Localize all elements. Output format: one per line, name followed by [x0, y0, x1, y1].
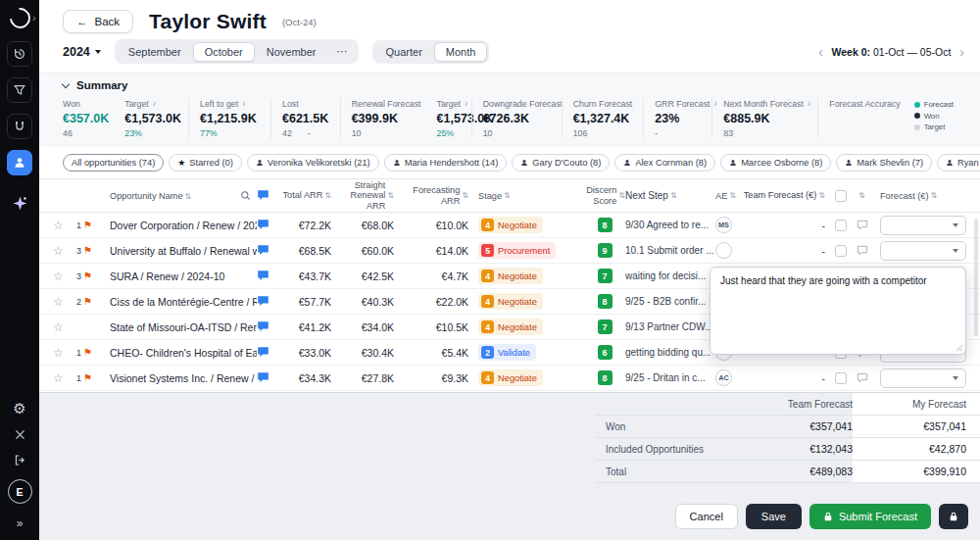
comment-button[interactable]: [257, 346, 280, 359]
next-step: 10.1 Submit order ...: [625, 245, 715, 256]
forecast-input[interactable]: [880, 216, 966, 235]
opportunity-name[interactable]: CHEO- Children's Hospital of Easter...: [110, 347, 257, 359]
star-toggle[interactable]: ☆: [53, 270, 76, 282]
sort-icon[interactable]: ⇅: [185, 192, 192, 201]
flag-icon: ⚑: [83, 221, 92, 230]
star-toggle[interactable]: ☆: [53, 372, 76, 384]
row-checkbox[interactable]: [835, 220, 847, 231]
opportunity-name[interactable]: State of Missouri-OA-ITSD / Renew / 202.…: [110, 321, 257, 333]
discern-score-badge: 9: [598, 243, 612, 258]
tab-quarter[interactable]: Quarter: [374, 42, 434, 62]
cancel-button[interactable]: Cancel: [675, 504, 738, 529]
comment-button[interactable]: [257, 371, 280, 384]
comment-textarea[interactable]: Just heard that they are going with a co…: [720, 274, 956, 288]
col-opportunity-name[interactable]: Opportunity Name⇅: [110, 190, 257, 201]
chip-owner-gary[interactable]: Gary D'Couto (8): [512, 154, 610, 172]
magnet-icon: [13, 120, 26, 133]
star-toggle[interactable]: ☆: [53, 245, 76, 257]
opportunity-name[interactable]: Visionet Systems Inc. / Renew / 20...: [110, 372, 257, 384]
tools-button[interactable]: [14, 428, 26, 441]
comment-button[interactable]: [257, 270, 280, 282]
star-toggle[interactable]: ☆: [53, 296, 76, 308]
col-discern-score[interactable]: Discern Score⇅: [584, 185, 625, 206]
sidebar-item-ai-assistant[interactable]: [12, 195, 28, 212]
card-left-to-get: Left to get› €1,215.9K 77%: [188, 98, 270, 138]
col-team-forecast[interactable]: Team Forecast (€)⇅: [743, 190, 835, 201]
chip-all-opportunities[interactable]: All opportunities (74): [63, 154, 164, 172]
star-toggle[interactable]: ☆: [53, 347, 76, 359]
star-toggle[interactable]: ☆: [53, 321, 76, 333]
col-comments[interactable]: [257, 189, 280, 202]
chip-owner-mark[interactable]: Mark Shevlin (7): [836, 154, 932, 172]
save-button[interactable]: Save: [746, 504, 802, 529]
tab-september[interactable]: September: [117, 42, 193, 62]
summary-collapse-chevron-icon[interactable]: [62, 79, 70, 87]
collapse-chevrons-icon[interactable]: »: [17, 516, 24, 530]
won-detail-chevron[interactable]: ›: [153, 99, 156, 109]
forecast-input[interactable]: [880, 241, 966, 261]
user-avatar[interactable]: E: [8, 479, 32, 504]
settings-button[interactable]: ⚙: [13, 401, 25, 416]
sidebar-item-pipeline[interactable]: [7, 114, 32, 139]
accuracy-legend: Forecast Won Target: [914, 100, 954, 131]
col-forecasting-arr[interactable]: Forecasting ARR⇅: [400, 185, 478, 206]
row-checkbox[interactable]: [835, 372, 847, 384]
col-next-step[interactable]: Next Step⇅: [625, 190, 715, 201]
sidebar-item-history[interactable]: [7, 41, 32, 67]
chip-owner-veronika[interactable]: Veronika Velikoretski (21): [247, 154, 379, 172]
col-straight-renewal-arr[interactable]: Straight Renewal ARR⇅: [337, 180, 400, 212]
col-total-arr[interactable]: Total ARR⇅: [280, 190, 337, 201]
comment-button[interactable]: [257, 295, 280, 308]
lock-icon: [823, 512, 833, 521]
tab-november[interactable]: November: [255, 42, 328, 62]
col-ae[interactable]: AE⇅: [715, 191, 743, 201]
chip-starred[interactable]: ★Starred (0): [169, 154, 242, 172]
comment-button[interactable]: [257, 320, 280, 333]
card-won: Won €357.0K 46 Target› €1,573.0K 23%: [63, 98, 188, 138]
sort-icon[interactable]: ⇅: [858, 191, 865, 200]
chip-owner-alex[interactable]: Alex Cornman (8): [614, 154, 715, 172]
chevron-down-icon: [953, 249, 958, 253]
sidebar-item-filters[interactable]: [7, 77, 32, 103]
comment-button[interactable]: [257, 219, 280, 231]
app-logo-icon: [5, 4, 34, 33]
col-forecast[interactable]: Forecast (€)⇅: [880, 191, 978, 201]
more-months-button[interactable]: ⋯: [328, 41, 357, 62]
year-dropdown[interactable]: 2024: [63, 45, 101, 59]
row-checkbox[interactable]: [835, 245, 847, 257]
submit-forecast-button[interactable]: Submit Forecast: [809, 504, 931, 529]
star-toggle[interactable]: ☆: [53, 220, 76, 231]
logout-button[interactable]: [14, 454, 26, 466]
left-detail-chevron[interactable]: ›: [242, 99, 245, 109]
resize-handle[interactable]: [954, 342, 963, 352]
note-button[interactable]: [857, 245, 880, 257]
chip-owner-ryan[interactable]: Ryan Gross (4): [937, 154, 980, 172]
week-next-button[interactable]: ›: [959, 45, 964, 59]
opportunity-name[interactable]: SURA / Renew / 2024-10: [110, 270, 257, 282]
opportunity-name[interactable]: Dover Corporation / Renew / 2024-1...: [110, 220, 257, 231]
week-prev-button[interactable]: ‹: [818, 45, 823, 59]
back-button[interactable]: ← Back: [63, 10, 133, 33]
comment-button[interactable]: [257, 244, 280, 257]
sparkle-icon: [12, 195, 28, 212]
note-button[interactable]: [857, 220, 880, 231]
renewal-detail-chevron[interactable]: ›: [465, 99, 467, 109]
scrollbar[interactable]: [974, 219, 978, 336]
note-button[interactable]: [857, 372, 880, 384]
sidebar-expand-chevron-icon[interactable]: ›: [32, 12, 36, 24]
opportunity-name[interactable]: Ciss de la Montérégie-Centre / Re...: [110, 296, 257, 308]
next-month-detail-chevron[interactable]: ›: [808, 99, 810, 109]
select-all-checkbox[interactable]: [835, 190, 847, 202]
tab-october[interactable]: October: [193, 42, 255, 62]
col-stage[interactable]: Stage⇅: [478, 191, 584, 201]
opportunity-name[interactable]: University at Buffalo / Renewal wit...: [110, 245, 257, 257]
search-icon[interactable]: [240, 190, 251, 201]
chip-owner-maria[interactable]: Maria Hendershott (14): [384, 154, 508, 172]
lock-button[interactable]: [939, 504, 968, 529]
forecast-input[interactable]: [880, 368, 966, 388]
straight-renewal-arr: €42.5K: [337, 270, 400, 282]
sidebar-item-forecast[interactable]: [7, 150, 32, 175]
chip-owner-marcee[interactable]: Marcee Osborne (8): [720, 154, 831, 172]
straight-renewal-arr: €40.3K: [337, 296, 400, 308]
tab-month[interactable]: Month: [434, 42, 488, 62]
